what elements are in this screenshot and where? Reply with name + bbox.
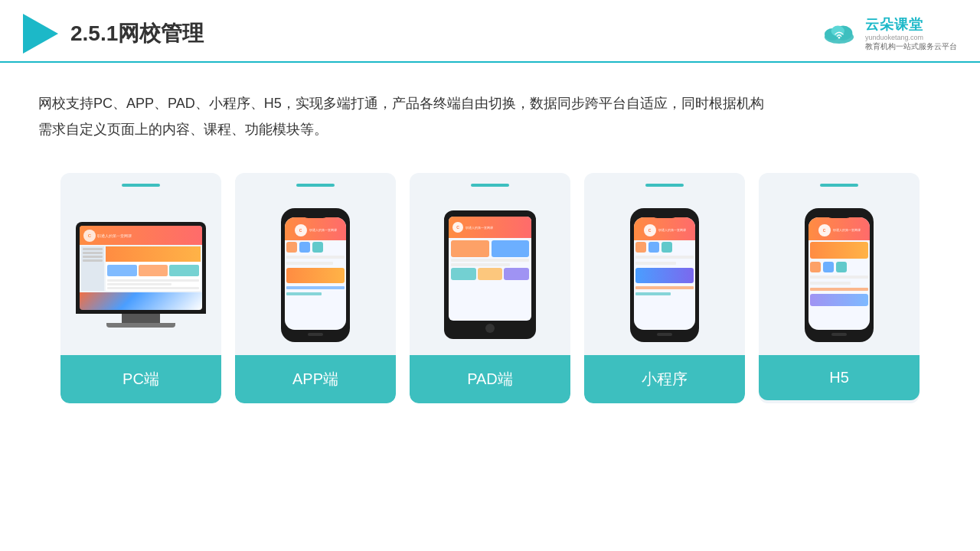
- phone-screen-h5: C 职通人的第一堂网课: [808, 217, 870, 330]
- card-label-pad: PAD端: [410, 355, 570, 403]
- phone-screen-app: C 职通人的第一堂网课: [285, 217, 346, 330]
- brand-logo: 云朵课堂 yunduoketang.com 教育机构一站式服务云平台: [819, 15, 957, 52]
- phone-screen-inner-app: C 职通人的第一堂网课: [285, 217, 346, 330]
- header-left: 2.5.1网校管理: [23, 14, 204, 54]
- phone-notch-miniapp: [652, 212, 678, 218]
- pc-screen: C 职通人的第一堂网课: [80, 226, 202, 310]
- pc-base: [106, 323, 175, 328]
- phone-screen-inner-miniapp: C 职通人的第一堂网课: [634, 217, 695, 330]
- card-label-h5: H5: [759, 355, 920, 400]
- tablet-home-btn: [485, 324, 495, 333]
- card-label-pc: PC端: [60, 355, 221, 403]
- tablet-screen: C 职通人的第一堂网课: [449, 217, 531, 321]
- phone-body-app: [285, 240, 346, 330]
- pc-screen-body: [80, 245, 202, 292]
- card-image-app: C 职通人的第一堂网课: [235, 187, 396, 355]
- phone-home-btn-app: [308, 333, 323, 336]
- phone-notch-app: [302, 212, 329, 218]
- pc-stand: [122, 314, 160, 323]
- cards-container: C 职通人的第一堂网课: [0, 158, 980, 426]
- card-h5: C 职通人的第一堂网课: [759, 173, 920, 403]
- phone-notch-h5: [826, 212, 853, 218]
- card-pad: C 职通人的第一堂网课: [410, 173, 570, 403]
- phone-mockup-miniapp: C 职通人的第一堂网课: [630, 208, 699, 342]
- card-image-miniapp: C 职通人的第一堂网课: [584, 187, 745, 355]
- card-image-h5: C 职通人的第一堂网课: [759, 187, 920, 355]
- page-title: 2.5.1网校管理: [70, 19, 204, 48]
- card-label-app: APP端: [235, 355, 396, 403]
- phone-header-h5: C 职通人的第一堂网课: [808, 217, 870, 240]
- logo-triangle-icon: [23, 14, 58, 54]
- pc-screen-top: C 职通人的第一堂网课: [80, 226, 202, 245]
- card-pc: C 职通人的第一堂网课: [60, 173, 221, 403]
- phone-mockup-app: C 职通人的第一堂网课: [281, 208, 350, 342]
- card-miniapp: C 职通人的第一堂网课: [584, 173, 745, 403]
- brand-text: 云朵课堂 yunduoketang.com 教育机构一站式服务云平台: [865, 15, 957, 52]
- svg-point-4: [838, 37, 841, 39]
- phone-body-h5: [808, 240, 870, 330]
- card-image-pc: C 职通人的第一堂网课: [60, 187, 221, 355]
- phone-mockup-h5: C 职通人的第一堂网课: [805, 208, 874, 342]
- cloud-icon: [819, 19, 859, 48]
- phone-header-miniapp: C 职通人的第一堂网课: [634, 217, 695, 240]
- pc-monitor: C 职通人的第一堂网课: [76, 222, 206, 314]
- pc-mockup: C 职通人的第一堂网课: [72, 222, 210, 328]
- brand-url: yunduoketang.com: [865, 34, 923, 41]
- svg-point-3: [831, 26, 844, 37]
- header-right: 云朵课堂 yunduoketang.com 教育机构一站式服务云平台: [819, 15, 957, 52]
- phone-screen-inner-h5: C 职通人的第一堂网课: [808, 217, 870, 330]
- tablet-mockup: C 职通人的第一堂网课: [444, 210, 536, 339]
- description-text: 网校支持PC、APP、PAD、小程序、H5，实现多端打通，产品各终端自由切换，数…: [0, 63, 980, 158]
- page-header: 2.5.1网校管理 云朵课堂 yunduoketang.com 教育机构一站式服…: [0, 0, 980, 63]
- phone-home-btn-miniapp: [657, 333, 672, 336]
- brand-name: 云朵课堂: [865, 15, 923, 34]
- card-image-pad: C 职通人的第一堂网课: [410, 187, 570, 355]
- brand-slogan: 教育机构一站式服务云平台: [865, 41, 957, 52]
- phone-body-miniapp: [634, 240, 695, 330]
- card-label-miniapp: 小程序: [584, 355, 745, 403]
- phone-screen-miniapp: C 职通人的第一堂网课: [634, 217, 695, 330]
- pc-main-content: [106, 246, 201, 291]
- pc-sidebar: [81, 246, 104, 291]
- phone-home-btn-h5: [831, 333, 847, 336]
- card-app: C 职通人的第一堂网课: [235, 173, 396, 403]
- phone-header: C 职通人的第一堂网课: [285, 217, 346, 240]
